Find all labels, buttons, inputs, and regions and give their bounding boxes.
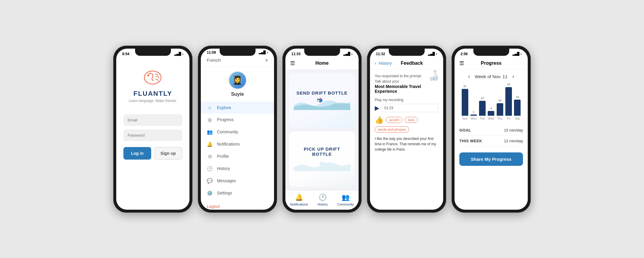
progress-title: Progress bbox=[481, 61, 501, 66]
nav-community[interactable]: 👥 Community bbox=[337, 194, 354, 206]
logo-text: FLUANTLY bbox=[133, 90, 172, 98]
status-icons-2: ▂▄█ ▪ bbox=[259, 50, 268, 54]
thumbs-up-icon: 👍 bbox=[375, 116, 384, 124]
notch-2 bbox=[220, 49, 256, 56]
wifi-icon-4: ▂▄█ bbox=[428, 52, 435, 56]
menu-item-community[interactable]: 👥 Community bbox=[201, 126, 274, 138]
phone-progress: 2:56 ▂▄█ ▪ ☰ Progress ‹ Week of Nov. 11 … bbox=[452, 46, 531, 213]
chart-day-mon: 1 Mon bbox=[469, 110, 478, 120]
status-time-1: 8:54 bbox=[122, 52, 129, 56]
login-screen: FLUANTLY Learn language. Make friends. L… bbox=[116, 58, 189, 210]
menu-item-settings[interactable]: ⚙️ Settings bbox=[201, 187, 274, 199]
wifi-icon-3: ▂▄█ bbox=[343, 52, 351, 56]
chart-day-tue: 12 Tue bbox=[478, 97, 487, 120]
nav-notifications-label: Notifications bbox=[290, 203, 308, 206]
chart-bar-tue bbox=[479, 101, 486, 116]
prev-week-arrow[interactable]: ‹ bbox=[468, 73, 470, 80]
menu-item-notifications[interactable]: 🔔 Notifications bbox=[201, 138, 274, 150]
feedback-screen: ‹ History Feedback 🍶 You responded to th… bbox=[370, 58, 443, 210]
menu-item-progress[interactable]: ◎ Progress bbox=[201, 114, 274, 126]
chart-bar-wed bbox=[488, 111, 494, 116]
chart-val-fri: 23 bbox=[507, 83, 510, 86]
history-icon: 🕐 bbox=[207, 166, 213, 172]
nav-history-label: History bbox=[318, 203, 328, 206]
history-back-button[interactable]: History bbox=[379, 61, 392, 66]
menu-label-history: History bbox=[217, 166, 230, 171]
status-time-4: 11:32 bbox=[376, 52, 385, 56]
this-week-label: THIS WEEK bbox=[459, 139, 482, 143]
bell-icon: 🔔 bbox=[207, 141, 213, 147]
progress-body: ‹ Week of Nov. 11 › 21 Sun 1 Mon 12 Tue … bbox=[455, 70, 528, 210]
nav-community-label: Community bbox=[337, 203, 354, 206]
pickup-drift-card[interactable]: PICK UP DRIFT BOTTLE ✉️ bbox=[289, 132, 355, 187]
share-progress-button[interactable]: Share My Progress bbox=[459, 152, 523, 166]
password-input[interactable] bbox=[123, 129, 182, 141]
wifi-icon-2: ▂▄█ bbox=[259, 50, 266, 54]
menu-item-explore[interactable]: ⌂ Explore bbox=[201, 102, 274, 114]
send-drift-card[interactable]: SEND DRIFT BOTTLE 📬 bbox=[289, 73, 355, 128]
goal-label: GOAL bbox=[459, 128, 471, 132]
status-time-3: 11:33 bbox=[291, 52, 301, 56]
menu-profile: 👩‍🎓 Suyie bbox=[201, 67, 274, 101]
chart-val-tue: 12 bbox=[481, 97, 484, 100]
home-header: ☰ Home bbox=[285, 58, 359, 69]
goal-row: GOAL 15 min/day bbox=[459, 125, 523, 136]
tag-words: words and phrases bbox=[375, 126, 409, 132]
tag-tone: tone bbox=[405, 117, 417, 123]
status-icons-4: ▂▄█ ▪ bbox=[428, 52, 438, 56]
menu-item-profile[interactable]: ⊙ Profile bbox=[201, 150, 274, 163]
back-arrow-icon[interactable]: ‹ bbox=[375, 61, 376, 66]
signup-button[interactable]: Sign up bbox=[154, 147, 183, 160]
chart-label-thu: Thu bbox=[497, 117, 502, 120]
menu-language[interactable]: French bbox=[207, 58, 221, 63]
home-icon: ⌂ bbox=[207, 105, 213, 110]
chart-val-mon: 1 bbox=[473, 110, 474, 113]
nav-history[interactable]: 🕐 History bbox=[318, 194, 328, 206]
menu-item-messages[interactable]: 💬 Messages bbox=[201, 175, 274, 187]
chart-bar-mon bbox=[470, 115, 477, 116]
next-week-arrow[interactable]: › bbox=[512, 73, 514, 80]
battery-icon-5: ▪ bbox=[521, 52, 522, 56]
progress-header: ☰ Progress bbox=[455, 58, 528, 70]
notch bbox=[135, 49, 171, 56]
settings-icon: ⚙️ bbox=[207, 190, 213, 196]
menu-username: Suyie bbox=[231, 92, 244, 97]
wifi-icon: ▂▄█ bbox=[174, 52, 181, 56]
login-button[interactable]: Log in bbox=[123, 147, 151, 160]
chart-bar-sat bbox=[514, 100, 521, 116]
phone-menu: 11:08 ▂▄█ ▪ French ∨ 👩‍🎓 Suyie bbox=[198, 46, 277, 213]
chevron-down-icon[interactable]: ∨ bbox=[265, 58, 268, 62]
chart-label-mon: Mon bbox=[471, 117, 476, 120]
avatar-image: 👩‍🎓 bbox=[232, 75, 243, 85]
logo-area: FLUANTLY Learn language. Make friends. bbox=[129, 67, 177, 103]
chart-val-sat: 13 bbox=[516, 95, 519, 98]
email-input[interactable] bbox=[123, 114, 182, 126]
nav-notifications[interactable]: 🔔 Notifications bbox=[290, 194, 308, 206]
chart-day-sat: 13 Sat bbox=[513, 95, 522, 120]
week-nav: ‹ Week of Nov. 11 › bbox=[459, 73, 523, 80]
chart-bar-thu bbox=[497, 103, 503, 116]
battery-icon-3: ▪ bbox=[351, 52, 353, 56]
chart-day-thu: 10 Thu bbox=[495, 99, 504, 120]
battery-icon-4: ▪ bbox=[436, 52, 437, 56]
status-icons-3: ▂▄█ ▪ bbox=[343, 52, 353, 56]
menu-label-progress: Progress bbox=[217, 117, 234, 122]
chart-val-wed: 4 bbox=[490, 107, 492, 110]
hamburger-icon-5[interactable]: ☰ bbox=[459, 60, 464, 67]
menu-item-history[interactable]: 🕐 History bbox=[201, 163, 274, 175]
audio-progress-bar[interactable]: 01:23 bbox=[382, 104, 438, 112]
home-title: Home bbox=[315, 61, 328, 66]
chart-day-fri: 23 Fri bbox=[504, 83, 513, 120]
hamburger-icon[interactable]: ☰ bbox=[290, 60, 295, 67]
menu-items-list: ⌂ Explore ◎ Progress 👥 Community 🔔 Notif… bbox=[201, 101, 274, 200]
play-button[interactable]: ▶ bbox=[375, 104, 379, 112]
chart-day-wed: 4 Wed bbox=[487, 107, 495, 120]
bottom-nav: 🔔 Notifications 🕐 History 👥 Community bbox=[285, 190, 359, 210]
tagline: Learn language. Make friends. bbox=[129, 99, 177, 103]
notch-4 bbox=[389, 49, 425, 56]
logout-button[interactable]: Logout bbox=[201, 200, 274, 210]
audio-player: ▶ 01:23 bbox=[375, 104, 438, 112]
svg-point-1 bbox=[147, 75, 149, 76]
play-recording-label: Play my recording bbox=[375, 98, 438, 102]
progress-icon: ◎ bbox=[207, 117, 213, 123]
